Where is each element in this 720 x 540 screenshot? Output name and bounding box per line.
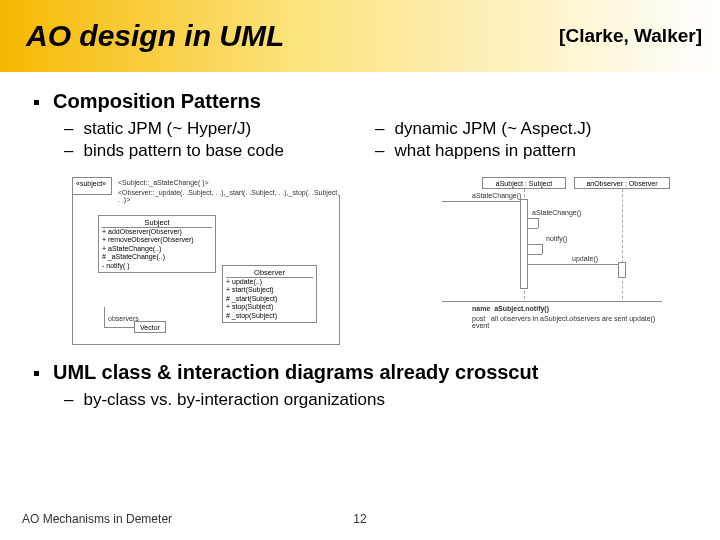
bullet-1: Composition Patterns [34,90,686,113]
sequence-diagram: aSubject : Subject anObserver : Observer… [412,177,672,347]
stereotype-label: «subject» [76,180,106,187]
bullet-2-sublist: – by-class vs. by-interaction organizati… [64,390,686,410]
msg-3: notify() [546,235,567,242]
op: + stop(Subject) [226,303,313,311]
arrow-1 [442,201,524,202]
op: + update(..) [226,278,313,286]
sub-item: – binds pattern to base code [64,141,375,161]
obj1-label: aSubject : Subject [496,180,552,187]
constraint-post-label: post all observers in aSubject.observers… [472,315,662,329]
assoc-line-v [104,307,105,327]
sub-text: by-class vs. by-interaction organization… [83,390,384,410]
dash-icon: – [64,141,73,161]
dash-icon: – [375,119,384,139]
sub-text: dynamic JPM (~ Aspect.J) [394,119,591,139]
arrow-4 [524,264,622,265]
op: # _aStateChange(..) [102,253,212,261]
class-name: Observer [226,268,313,278]
slide-footer: AO Mechanisms in Demeter 12 [0,512,720,526]
sub-item: – dynamic JPM (~ Aspect.J) [375,119,686,139]
activation-bar-2 [618,262,626,278]
arrow-3b [542,244,543,254]
op: + aStateChange(..) [102,245,212,253]
arrow-2b [538,218,539,228]
msg-1: aStateChange() [472,192,521,199]
constraint-name-label: name aSubject.notify() [472,305,549,312]
op: + start(Subject) [226,286,313,294]
class-diagram: «subject» <Subject::_aStateChange( )> <O… [72,177,342,347]
sub-col-right: – dynamic JPM (~ Aspect.J) – what happen… [375,119,686,163]
assoc-type: Vector [140,324,160,331]
constraint-divider [442,301,662,302]
sub-text: what happens in pattern [394,141,575,161]
constraint-name: aSubject.notify() [494,305,549,312]
slide-content: Composition Patterns – static JPM (~ Hyp… [0,72,720,410]
sub-item: – what happens in pattern [375,141,686,161]
page-number: 12 [353,512,366,526]
op: # _stop(Subject) [226,312,313,320]
observer-class-box: Observer + update(..) + start(Subject) #… [222,265,317,323]
stereotype-box: «subject» [72,177,112,195]
dash-icon: – [64,119,73,139]
class-name: Subject [102,218,212,228]
op: + removeObserver(Observer) [102,236,212,244]
activation-bar-1 [520,199,528,289]
slide-title: AO design in UML [26,19,284,53]
citation: [Clarke, Walker] [559,25,702,47]
sub-text: binds pattern to base code [83,141,283,161]
obj2-label: anObserver : Observer [586,180,657,187]
slide-header: AO design in UML [Clarke, Walker] [0,0,720,72]
msg-2: aStateChange() [532,209,581,216]
op: + addObserver(Observer) [102,228,212,236]
sub-item: – by-class vs. by-interaction organizati… [64,390,686,410]
lifeline-2 [622,189,623,299]
interaction-sig-1: <Subject::_aStateChange( )> [118,179,209,186]
sub-item: – static JPM (~ Hyper/J) [64,119,375,139]
dash-icon: – [375,141,384,161]
bullet-1-text: Composition Patterns [53,90,261,113]
assoc-type-box: Vector [134,321,166,333]
op: - notify( ) [102,262,212,270]
op: # _start(Subject) [226,295,313,303]
dash-icon: – [64,390,73,410]
lifeline-head-1: aSubject : Subject [482,177,566,189]
sub-col-left: – static JPM (~ Hyper/J) – binds pattern… [64,119,375,163]
bullet-2: UML class & interaction diagrams already… [34,361,686,384]
msg-4: update() [572,255,598,262]
bullet-1-subcolumns: – static JPM (~ Hyper/J) – binds pattern… [64,119,686,163]
subject-class-box: Subject + addObserver(Observer) + remove… [98,215,216,273]
constraint-post: all observers in aSubject.observers are … [472,315,655,329]
bullet-dot-icon [34,371,39,376]
sub-text: static JPM (~ Hyper/J) [83,119,251,139]
bullet-dot-icon [34,100,39,105]
diagram-row: «subject» <Subject::_aStateChange( )> <O… [72,177,686,347]
lifeline-head-2: anObserver : Observer [574,177,670,189]
bullet-2-text: UML class & interaction diagrams already… [53,361,538,384]
